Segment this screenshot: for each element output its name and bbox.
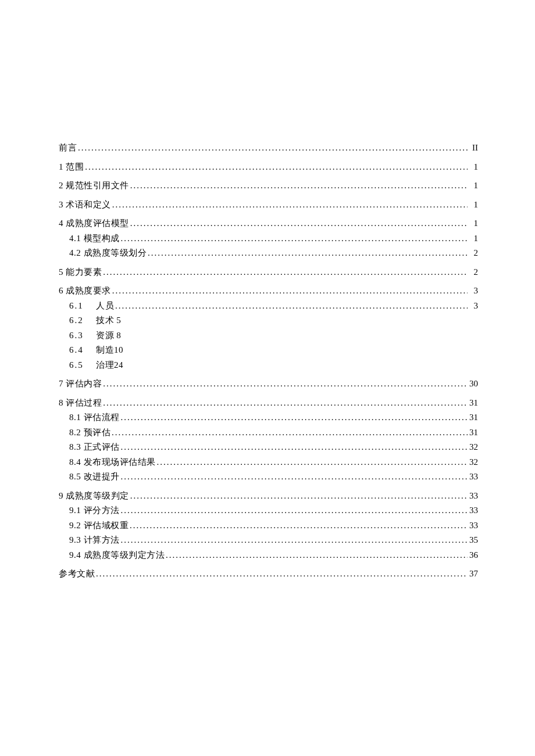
- toc-entry-page: 32: [468, 455, 478, 470]
- toc-entry-page: 1: [468, 178, 478, 194]
- toc-entry: 7 评估内容..................................…: [59, 377, 478, 392]
- toc-entry-label: 6.1人员: [69, 299, 114, 314]
- toc-leader-dots: ........................................…: [120, 533, 468, 548]
- toc-page: 前言......................................…: [0, 0, 535, 582]
- toc-entry-label: 9 成熟度等级判定: [59, 489, 129, 504]
- toc-leader-dots: ........................................…: [77, 141, 468, 156]
- toc-entry-number: 6.3: [69, 328, 96, 343]
- toc-entry-page: 1: [468, 231, 478, 246]
- toc-leader-dots: ........................................…: [129, 518, 468, 533]
- toc-entry-label: 8.4 发布现场评估结果: [69, 455, 156, 470]
- toc-entry-page: 33: [468, 503, 478, 518]
- toc-leader-dots: ........................................…: [111, 284, 468, 299]
- toc-entry-page: 35: [468, 533, 478, 548]
- toc-leader-dots: ........................................…: [111, 198, 468, 213]
- toc-entry: 1 范围....................................…: [59, 160, 478, 175]
- toc-entry-page: 3: [468, 299, 478, 314]
- toc-leader-dots: ........................................…: [147, 246, 468, 261]
- toc-leader-dots: ........................................…: [120, 470, 468, 485]
- toc-entry-text: 技术 5: [96, 316, 121, 325]
- toc-entry-text: 制造10: [96, 345, 123, 354]
- toc-entry-label: 3 术语和定义: [59, 198, 111, 213]
- toc-entry-page: 31: [468, 425, 478, 440]
- toc-entry: 9 成熟度等级判定...............................…: [59, 489, 478, 504]
- toc-entry-text: 人员: [96, 301, 114, 310]
- toc-entry-label: 6.2技术 5: [69, 313, 478, 328]
- toc-entry-text: 资源 8: [96, 331, 121, 340]
- toc-entry-label: 8.5 改进提升: [69, 470, 120, 485]
- toc-entry-page: 2: [468, 265, 478, 280]
- toc-entry-page: 33: [468, 518, 478, 533]
- toc-leader-dots: ........................................…: [129, 489, 468, 504]
- toc-entry: 9.4 成熟度等级判定方法...........................…: [59, 548, 478, 563]
- toc-entry-page: 1: [468, 216, 478, 231]
- toc-entry: 5 能力要素..................................…: [59, 265, 478, 280]
- toc-leader-dots: ........................................…: [120, 503, 468, 518]
- toc-leader-dots: ........................................…: [110, 425, 468, 440]
- toc-entry: 9.1 评分方法................................…: [59, 503, 478, 518]
- toc-entry-label: 9.4 成熟度等级判定方法: [69, 548, 165, 563]
- toc-entry: 4.1 模型构成................................…: [59, 231, 478, 246]
- toc-entry-number: 6.4: [69, 343, 96, 358]
- toc-entry-label: 8.2 预评估: [69, 425, 110, 440]
- toc-entry: 6.1人员...................................…: [59, 299, 478, 314]
- toc-entry-label: 7 评估内容: [59, 377, 102, 392]
- toc-entry-page: 3: [468, 284, 478, 299]
- toc-leader-dots: ........................................…: [129, 216, 468, 231]
- toc-entry-page: 31: [468, 410, 478, 425]
- toc-entry: 9.2 评估域权重...............................…: [59, 518, 478, 533]
- toc-entry-number: 6.2: [69, 313, 96, 328]
- toc-entry-text: 治理24: [96, 360, 123, 370]
- table-of-contents: 前言......................................…: [59, 141, 478, 582]
- toc-leader-dots: ........................................…: [165, 548, 468, 563]
- toc-entry-number: 6.1: [69, 299, 96, 314]
- toc-leader-dots: ........................................…: [84, 160, 468, 175]
- toc-entry-label: 1 范围: [59, 160, 84, 175]
- toc-entry-page: 33: [468, 489, 478, 504]
- toc-leader-dots: ........................................…: [120, 440, 468, 455]
- toc-entry-page: 33: [468, 470, 478, 485]
- toc-leader-dots: ........................................…: [102, 396, 468, 411]
- toc-entry-label: 6 成熟度要求: [59, 284, 111, 299]
- toc-entry: 9.3 计算方法................................…: [59, 533, 478, 548]
- toc-entry: 8.5 改进提升................................…: [59, 470, 478, 485]
- toc-entry-page: 1: [468, 198, 478, 213]
- toc-leader-dots: ........................................…: [129, 178, 468, 194]
- toc-entry-label: 4 成熟度评估模型: [59, 216, 129, 231]
- toc-entry: 8 评估过程..................................…: [59, 396, 478, 411]
- toc-entry: 8.2 预评估.................................…: [59, 425, 478, 440]
- toc-entry-label: 前言: [59, 141, 77, 156]
- toc-entry-label: 8.1 评估流程: [69, 410, 120, 425]
- toc-entry-label: 6.5治理24: [69, 358, 478, 373]
- toc-leader-dots: ........................................…: [102, 265, 468, 280]
- toc-entry-page: 31: [468, 396, 478, 411]
- toc-entry-page: 36: [468, 548, 478, 563]
- toc-entry: 6.2技术 5: [59, 313, 478, 328]
- toc-entry: 参考文献....................................…: [59, 567, 478, 582]
- toc-entry: 8.3 正式评估................................…: [59, 440, 478, 455]
- toc-leader-dots: ........................................…: [120, 410, 468, 425]
- toc-entry-page: 1: [468, 160, 478, 175]
- toc-entry: 8.4 发布现场评估结果............................…: [59, 455, 478, 470]
- toc-entry-label: 8.3 正式评估: [69, 440, 120, 455]
- toc-entry-label: 9.3 计算方法: [69, 533, 120, 548]
- toc-entry-label: 6.4制造10: [69, 343, 478, 358]
- toc-entry-label: 参考文献: [59, 567, 95, 582]
- toc-entry-label: 9.1 评分方法: [69, 503, 120, 518]
- toc-entry-label: 5 能力要素: [59, 265, 102, 280]
- toc-entry-number: 6.5: [69, 358, 96, 373]
- toc-entry: 4 成熟度评估模型...............................…: [59, 216, 478, 231]
- toc-leader-dots: ........................................…: [156, 455, 468, 470]
- toc-entry: 6.3资源 8: [59, 328, 478, 343]
- toc-entry: 6 成熟度要求.................................…: [59, 284, 478, 299]
- toc-entry: 6.4制造10: [59, 343, 478, 358]
- toc-leader-dots: ........................................…: [102, 377, 468, 392]
- toc-leader-dots: ........................................…: [95, 567, 468, 582]
- toc-entry-label: 8 评估过程: [59, 396, 102, 411]
- toc-entry-page: II: [468, 141, 478, 156]
- toc-entry: 2 规范性引用文件...............................…: [59, 178, 478, 194]
- toc-entry-page: 30: [468, 377, 478, 392]
- toc-entry-page: 32: [468, 440, 478, 455]
- toc-entry: 4.2 成熟度等级划分.............................…: [59, 246, 478, 261]
- toc-entry-page: 2: [468, 246, 478, 261]
